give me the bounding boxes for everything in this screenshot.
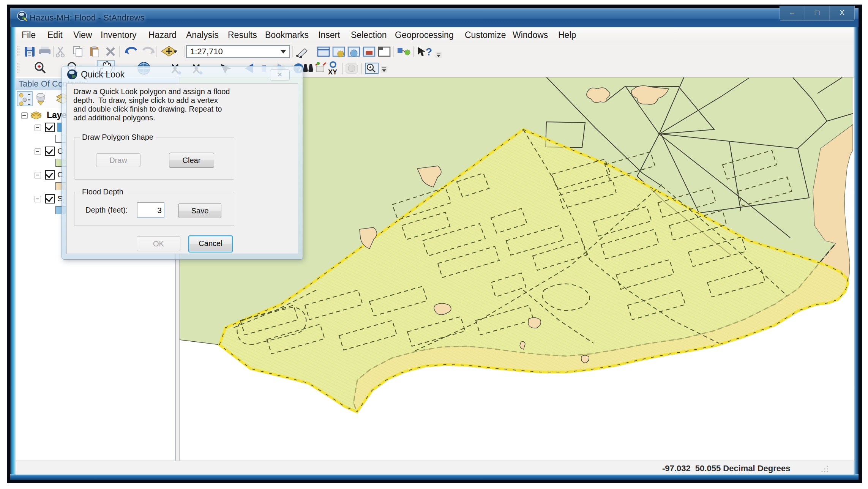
svg-text:1:27,710: 1:27,710 <box>190 47 223 56</box>
svg-text:XY: XY <box>328 68 337 76</box>
svg-text:?: ? <box>426 46 432 58</box>
